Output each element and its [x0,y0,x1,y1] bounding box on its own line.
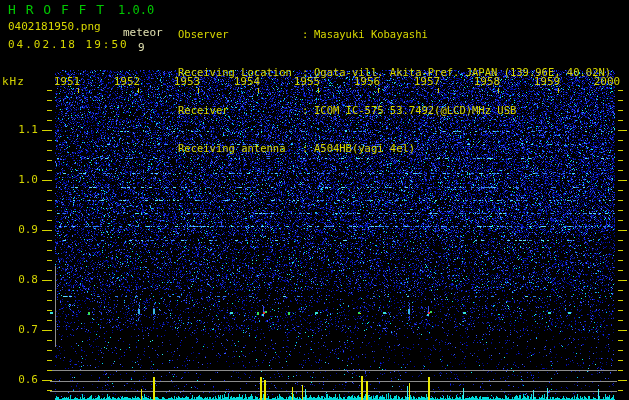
info-label: Receiving antenna [178,141,302,155]
app-title: H R O F F T [8,2,105,17]
info-value: Masayuki Kobayashi [314,27,428,41]
info-label: Receiving Location [178,65,302,79]
info-label: Observer [178,27,302,41]
info-colon: : [302,103,314,117]
info-value: A504HB(yagi 4el) [314,141,415,155]
datetime-label: 04.02.18 19:50 [8,38,129,51]
meteor-count: 9 [138,41,145,54]
info-colon: : [302,141,314,155]
info-colon: : [302,27,314,41]
info-row-receiver: Receiver:ICOM IC-575 53.7492(@LCD)MHz US… [178,103,629,117]
info-colon: : [302,65,314,79]
info-value: ICOM IC-575 53.7492(@LCD)MHz USB [314,103,516,117]
info-row-observer: Observer:Masayuki Kobayashi [178,27,629,41]
station-info: Observer:Masayuki Kobayashi Receiving Lo… [178,3,629,179]
hrofft-window: H R O F F T 1.0.0 0402181950.png meteor … [0,0,629,400]
output-filename: 0402181950.png [8,20,101,33]
info-row-location: Receiving Location:Ogata-vill. Akita-Pre… [178,65,629,79]
app-version: 1.0.0 [118,3,154,17]
info-row-antenna: Receiving antenna:A504HB(yagi 4el) [178,141,629,155]
info-label: Receiver [178,103,302,117]
info-value: Ogata-vill. Akita-Pref. JAPAN (139.96E, … [314,65,611,79]
mode-label: meteor [123,26,163,39]
